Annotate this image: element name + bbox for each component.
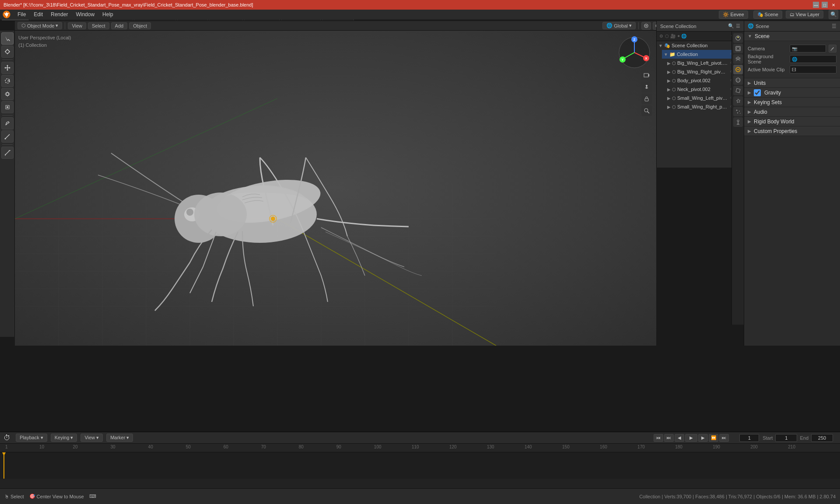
frame-120: 120 <box>449 444 457 449</box>
scene-collection-root[interactable]: ▼ 🎭 Scene Collection <box>657 41 744 50</box>
blender-logo[interactable] <box>2 10 11 19</box>
outliner-title: Scene Collection <box>660 24 728 29</box>
scene-selector[interactable]: 🎭 Scene <box>753 10 782 19</box>
camera-eyedropper[interactable] <box>829 45 836 52</box>
prop-tab-render[interactable] <box>733 33 743 43</box>
menu-window[interactable]: Window <box>72 10 98 18</box>
lock-camera-btn[interactable] <box>641 94 652 104</box>
svg-text:X: X <box>645 56 648 60</box>
navigation-gizmo[interactable]: Z X Y <box>617 35 652 70</box>
keying-sets-section-header[interactable]: ▶ Keying Sets <box>744 98 840 107</box>
walk-navigation-btn[interactable] <box>641 82 652 92</box>
close-button[interactable]: ✕ <box>830 2 836 8</box>
rotate-tool-btn[interactable] <box>1 75 14 87</box>
menu-render[interactable]: Render <box>47 10 71 18</box>
prop-tab-modifier[interactable] <box>733 96 743 106</box>
prev-frame-btn[interactable]: ◀ <box>675 434 684 442</box>
maximize-button[interactable]: □ <box>822 2 828 8</box>
outliner-item-0[interactable]: ▶ ⬡ Big_Wing_Left_pivot.002 👁 ↕ <box>657 59 744 67</box>
start-frame-input[interactable]: 1 <box>775 434 797 442</box>
gravity-checkbox[interactable] <box>754 89 761 96</box>
cursor-tool-btn[interactable] <box>1 46 14 58</box>
item-expand-4: ▶ <box>667 96 671 101</box>
viewport-add-menu[interactable]: Add <box>111 22 128 29</box>
render-engine-selector[interactable]: 🔆 Eevee <box>719 10 748 19</box>
select-tool-btn[interactable] <box>1 32 14 45</box>
vp-sep-1 <box>65 22 65 29</box>
movie-clip-prop-row: Active Movie Clip 🎞 <box>748 65 836 74</box>
outliner-item-2[interactable]: ▶ ⬡ Body_pivot.002 👁 ↕ <box>657 76 744 85</box>
camera-value[interactable]: 📷 <box>790 45 826 52</box>
timeline-view-btn[interactable]: View ▾ <box>80 434 103 442</box>
jump-end-btn[interactable]: ⏭ <box>719 434 729 442</box>
prop-tab-world[interactable] <box>733 75 743 85</box>
play-btn[interactable]: ▶ <box>685 434 697 442</box>
prop-tab-view-layer[interactable] <box>733 54 743 64</box>
svg-text:Y: Y <box>621 58 624 62</box>
window-controls[interactable]: — □ ✕ <box>813 2 836 8</box>
main-viewport[interactable]: User Perspective (Local) (1) Collection … <box>15 31 656 346</box>
item-icon-4: ⬡ <box>672 96 676 101</box>
timeline-track[interactable] <box>0 452 840 479</box>
search-viewport-btn[interactable] <box>641 105 652 116</box>
annotate-line-btn[interactable] <box>1 130 14 143</box>
frame-90: 90 <box>336 444 341 449</box>
pivot-point-btn[interactable] <box>641 22 651 30</box>
search-button[interactable]: 🔍 <box>829 10 838 19</box>
menu-edit[interactable]: Edit <box>30 10 46 18</box>
jump-next-keyframe-btn[interactable]: ⏩ <box>709 434 718 442</box>
prop-tab-scene[interactable] <box>733 65 743 74</box>
jump-start-btn[interactable]: ⏮ <box>654 434 663 442</box>
svg-point-102 <box>740 113 741 114</box>
view-layer-selector[interactable]: 🗂 View Layer <box>786 10 823 18</box>
viewport-select-menu[interactable]: Select <box>88 22 109 29</box>
jump-prev-keyframe-btn[interactable]: ⏭ <box>664 434 674 442</box>
marker-btn[interactable]: Marker ▾ <box>106 434 133 442</box>
outliner-item-1[interactable]: ▶ ⬡ Big_Wing_Right_pivot.002 👁 ↕ <box>657 67 744 76</box>
object-mode-selector[interactable]: ⬡ Object Mode ▾ <box>18 22 62 29</box>
outliner-item-3[interactable]: ▶ ⬡ Neck_pivot.002 👁 ↕ <box>657 85 744 94</box>
svg-line-90 <box>648 112 649 113</box>
panel-options-btn[interactable]: ☰ <box>832 23 836 29</box>
keying-btn[interactable]: Keying ▾ <box>51 434 77 442</box>
transform-global-selector[interactable]: 🌐 Global ▾ <box>602 22 636 29</box>
current-frame-display[interactable]: 1 <box>739 434 759 442</box>
next-frame-btn[interactable]: ▶ <box>698 434 708 442</box>
playback-btn[interactable]: Playback ▾ <box>16 434 47 442</box>
bg-scene-value[interactable]: 🌐 <box>790 55 836 63</box>
outliner-item-4[interactable]: ▶ ⬡ Small_Wing_Left_pivot.002 👁 ↕ <box>657 94 744 102</box>
prop-tab-output[interactable] <box>733 44 743 53</box>
collection-icon: 📁 <box>669 52 676 57</box>
minimize-button[interactable]: — <box>813 2 819 8</box>
scene-section-header[interactable]: ▼ Scene <box>744 32 840 41</box>
outliner-filter-btn[interactable]: 🔍 <box>728 23 734 29</box>
measure-tool-btn[interactable] <box>1 147 14 159</box>
rigid-body-world-header[interactable]: ▶ Rigid Body World <box>744 117 840 126</box>
outliner-filter-bar: ⚙ ⬡ 🎥 ✦ 🌐 👁 ↕ <box>657 32 744 41</box>
svg-line-26 <box>5 134 10 139</box>
prop-tab-physics[interactable] <box>733 117 743 127</box>
menu-file[interactable]: File <box>14 10 29 18</box>
scale-tool-btn[interactable] <box>1 88 14 100</box>
gravity-section-label: Gravity <box>764 90 781 96</box>
camera-view-btn[interactable] <box>641 70 652 80</box>
prop-tab-object[interactable] <box>733 86 743 95</box>
annotate-tool-btn[interactable] <box>1 117 14 130</box>
move-tool-btn[interactable] <box>1 62 14 74</box>
outliner-filter2-btn[interactable]: ☰ <box>736 23 740 29</box>
timeline-scrubber[interactable] <box>4 452 4 479</box>
end-frame-input[interactable]: 250 <box>811 434 833 442</box>
menu-help[interactable]: Help <box>99 10 117 18</box>
transform-tool-btn[interactable] <box>1 101 14 113</box>
movie-clip-value[interactable]: 🎞 <box>790 66 836 74</box>
audio-section-header[interactable]: ▶ Audio <box>744 107 840 117</box>
custom-props-header[interactable]: ▶ Custom Properties <box>744 126 840 136</box>
audio-expand-icon: ▶ <box>748 109 751 114</box>
viewport-object-menu[interactable]: Object <box>129 22 151 29</box>
svg-point-32 <box>646 25 647 26</box>
outliner-item-5[interactable]: ▶ ⬡ Small_Wing_Right_pivot.002 👁 ↕ <box>657 102 744 111</box>
units-section-header[interactable]: ▶ Units <box>744 78 840 88</box>
viewport-view-menu[interactable]: View <box>68 22 86 29</box>
prop-tab-particles[interactable] <box>733 107 743 116</box>
gravity-section-header[interactable]: ▶ Gravity <box>744 88 840 98</box>
